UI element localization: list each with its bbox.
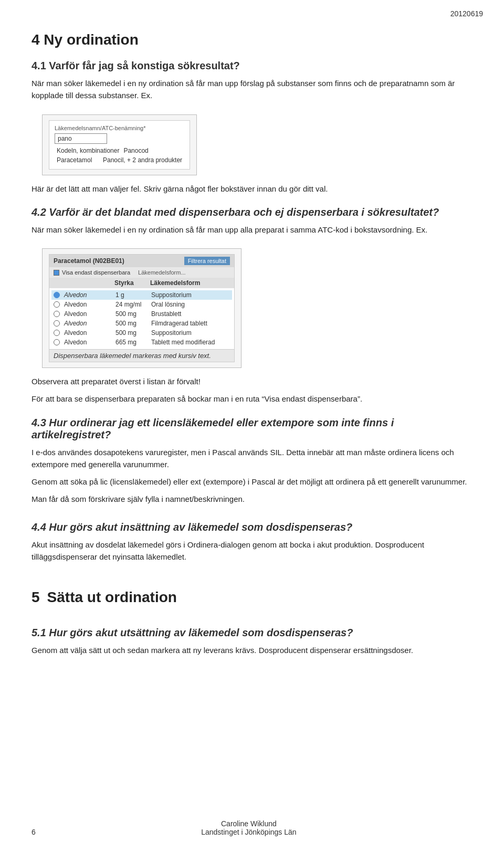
page-footer: 6 Caroline Wiklund Landstinget i Jönköpi… bbox=[0, 819, 504, 836]
row4-dose: 500 mg bbox=[116, 320, 147, 327]
radio-empty-icon-5 bbox=[54, 330, 60, 336]
s4-3-para1: I e-dos användes dosapotekens varuregist… bbox=[32, 446, 472, 471]
section5-number: 5 bbox=[32, 589, 40, 606]
row6-dose: 665 mg bbox=[116, 339, 147, 346]
s4-1-para1: När man söker läkemedel i en ny ordinati… bbox=[32, 77, 472, 102]
section5-title: Sätta ut ordination bbox=[47, 589, 177, 606]
row1-form: Suppositorium bbox=[151, 291, 214, 299]
s5-1-heading: 5.1 Hur görs akut utsättning av läkemede… bbox=[32, 627, 472, 639]
s4-4-para1: Akut insättning av dosdelat läkemedel gö… bbox=[32, 539, 472, 563]
row2-dose: 24 mg/ml bbox=[116, 301, 147, 308]
s4-1-note: Här är det lätt att man väljer fel. Skri… bbox=[32, 183, 472, 195]
s4-1-screenshot-inner: Läkemedelsnamn/ATC-benämning* pano Kodel… bbox=[49, 120, 190, 170]
row4-name: Alvedon bbox=[64, 320, 111, 327]
section4-title: 4 Ny ordination bbox=[32, 31, 472, 48]
row5-name: Alvedon bbox=[64, 329, 111, 336]
footer-center: Caroline Wiklund Landstinget i Jönköping… bbox=[36, 819, 462, 836]
filter-button[interactable]: Filtrera resultat bbox=[184, 257, 230, 265]
s4-1-field-label: Läkemedelsnamn/ATC-benämning* bbox=[55, 125, 184, 131]
date-code: 20120619 bbox=[450, 9, 483, 18]
footer-author: Caroline Wiklund bbox=[36, 819, 462, 828]
section5-container: 5 Sätta ut ordination bbox=[32, 589, 472, 615]
s4-1-screenshot: Läkemedelsnamn/ATC-benämning* pano Kodel… bbox=[42, 114, 197, 175]
s4-1-rows: Kodeln, kombinationer Panocod Paracetamo… bbox=[55, 146, 184, 165]
s4-2-row-3[interactable]: Alvedon 500 mg Brustablett bbox=[51, 309, 232, 319]
s4-2-italic-note: Dispenserbara läkemedel markeras med kur… bbox=[49, 349, 234, 362]
s4-3-para2: Genom att söka på lic (licensläkemedel) … bbox=[32, 476, 472, 488]
row5-dose: 500 mg bbox=[116, 329, 147, 336]
s4-1-row1-label: Kodeln, kombinationer bbox=[57, 147, 119, 154]
col-dose-header: Styrka bbox=[114, 279, 146, 287]
s4-1-row2-value: Panocil, + 2 andra produkter bbox=[103, 156, 182, 164]
s4-2-row-6[interactable]: Alvedon 665 mg Tablett med modifierad bbox=[51, 338, 232, 347]
s4-2-atc-label: Paracetamol (N02BE01) bbox=[54, 257, 124, 265]
row3-dose: 500 mg bbox=[116, 310, 147, 318]
row6-form: Tablett med modifierad bbox=[151, 339, 215, 346]
row2-form: Oral lösning bbox=[151, 301, 214, 308]
checkbox-label: Visa endast dispenserbara bbox=[62, 269, 130, 276]
italic-note-text: Dispenserbara läkemedel markeras med kur… bbox=[54, 352, 211, 360]
s4-2-rows: Alvedon 1 g Suppositorium Alvedon 24 mg/… bbox=[49, 290, 234, 347]
s4-2-obs2: För att bara se dispenserbara preparaten… bbox=[32, 393, 472, 405]
row4-form: Filmdragerad tablett bbox=[151, 320, 214, 327]
s4-1-row1-value: Panocod bbox=[123, 147, 155, 154]
footer-page-number: 6 bbox=[32, 828, 36, 836]
radio-empty-icon bbox=[54, 301, 60, 308]
footer-org: Landstinget i Jönköpings Län bbox=[36, 828, 462, 836]
col-form-header: Läkemedelsform bbox=[150, 279, 213, 287]
page-container: 20120619 4 Ny ordination 4.1 Varför får … bbox=[0, 0, 504, 703]
col-headers: Styrka Läkemedelsform bbox=[49, 278, 234, 288]
s4-2-obs1: Observera att preparatet överst i listan… bbox=[32, 375, 472, 387]
s4-2-header-bar: Paracetamol (N02BE01) Filtrera resultat bbox=[49, 255, 234, 267]
s4-2-row-5[interactable]: Alvedon 500 mg Suppositorium bbox=[51, 328, 232, 338]
s4-4-heading: 4.4 Hur görs akut insättning av läkemede… bbox=[32, 521, 472, 533]
row3-form: Brustablett bbox=[151, 310, 214, 318]
s4-1-heading: 4.1 Varför får jag så konstiga sökresult… bbox=[32, 60, 472, 72]
s4-2-row-2[interactable]: Alvedon 24 mg/ml Oral lösning bbox=[51, 300, 232, 309]
radio-empty-icon-6 bbox=[54, 339, 60, 345]
s4-2-heading: 4.2 Varför är det blandat med dispenserb… bbox=[32, 206, 472, 218]
row5-form: Suppositorium bbox=[151, 329, 214, 336]
s4-1-row-2: Paracetamol Panocil, + 2 andra produkter bbox=[55, 155, 184, 165]
row1-name: Alvedon bbox=[64, 291, 111, 299]
s4-1-input-row: pano bbox=[55, 133, 184, 144]
radio-empty-icon-4 bbox=[54, 320, 60, 327]
row3-name: Alvedon bbox=[64, 310, 111, 318]
radio-filled-icon bbox=[54, 292, 60, 298]
s4-2-screenshot: Paracetamol (N02BE01) Filtrera resultat … bbox=[42, 248, 242, 368]
s4-2-para1: När man söker läkemedel i en ny ordinati… bbox=[32, 224, 472, 236]
dispenserbara-checkbox[interactable] bbox=[54, 270, 59, 276]
row2-name: Alvedon bbox=[64, 301, 111, 308]
s4-2-row-1[interactable]: Alvedon 1 g Suppositorium bbox=[51, 290, 232, 300]
s4-2-inner: Paracetamol (N02BE01) Filtrera resultat … bbox=[49, 254, 235, 362]
row1-dose: 1 g bbox=[116, 291, 147, 299]
s4-3-heading: 4.3 Hur ordinerar jag ett licensläkemede… bbox=[32, 417, 472, 441]
row6-name: Alvedon bbox=[64, 339, 111, 346]
s4-3-para3: Man får då som förskrivare själv fylla i… bbox=[32, 493, 472, 505]
s4-2-checkbox-row: Visa endast dispenserbara Läkemedelsform… bbox=[49, 267, 234, 278]
radio-empty-icon-3 bbox=[54, 311, 60, 317]
s4-1-row2-label: Paracetamol bbox=[57, 156, 99, 164]
search-hint: Läkemedelsform... bbox=[138, 269, 185, 276]
s4-1-input: pano bbox=[55, 133, 107, 144]
s4-1-row-1: Kodeln, kombinationer Panocod bbox=[55, 146, 184, 155]
s5-1-para1: Genom att välja sätt ut och sedan marker… bbox=[32, 644, 472, 656]
s4-2-row-4[interactable]: Alvedon 500 mg Filmdragerad tablett bbox=[51, 319, 232, 328]
